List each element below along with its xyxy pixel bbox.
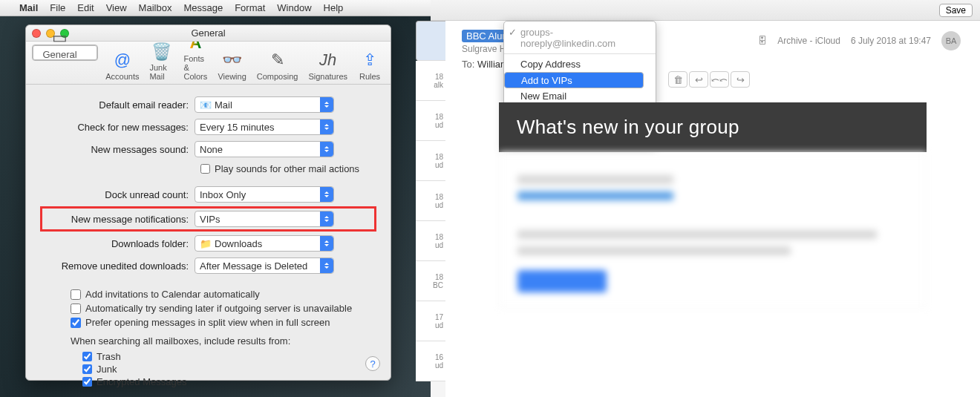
tab-accounts[interactable]: @Accounts bbox=[102, 45, 142, 82]
viewing-icon: 👓 bbox=[220, 50, 244, 70]
tab-junk-label: Junk Mail bbox=[149, 63, 173, 81]
split-view-label: Prefer opening messages in split view wh… bbox=[85, 317, 330, 328]
body-cta-button[interactable] bbox=[517, 270, 607, 292]
tab-signatures[interactable]: JhSignatures bbox=[305, 45, 350, 82]
dock-value: Inbox Only bbox=[200, 189, 246, 200]
prefs-toolbar: ▭General @Accounts 🗑️Junk Mail AFonts & … bbox=[26, 42, 391, 85]
tab-viewing[interactable]: 👓Viewing bbox=[215, 45, 249, 82]
ctx-new-email[interactable]: New Email bbox=[504, 88, 656, 104]
menu-edit[interactable]: Edit bbox=[77, 2, 94, 13]
list-item[interactable]: 18ud bbox=[416, 141, 445, 181]
chevron-updown-icon bbox=[320, 211, 333, 226]
list-item[interactable]: 17ud bbox=[416, 301, 445, 341]
downloads-label: Downloads folder: bbox=[42, 238, 195, 249]
play-sounds-checkbox[interactable] bbox=[200, 164, 210, 174]
tab-fonts-label: Fonts & Colors bbox=[183, 54, 207, 81]
check-new-label: Check for new messages: bbox=[42, 122, 195, 133]
search-include-heading: When searching all mailboxes, include re… bbox=[71, 335, 374, 347]
tab-composing[interactable]: ✎Composing bbox=[254, 45, 301, 82]
reply-button[interactable]: ↩ bbox=[689, 71, 708, 88]
menu-mailbox[interactable]: Mailbox bbox=[139, 2, 172, 13]
remove-select[interactable]: After Message is Deleted bbox=[195, 257, 334, 274]
tab-junk[interactable]: 🗑️Junk Mail bbox=[146, 45, 176, 82]
body-heading: What's new in your group bbox=[499, 102, 927, 152]
list-item[interactable]: 18ud bbox=[416, 181, 445, 221]
tab-general[interactable]: ▭General bbox=[32, 45, 98, 61]
default-reader-value: Mail bbox=[215, 99, 232, 111]
help-button[interactable]: ? bbox=[365, 356, 380, 371]
tab-signatures-label: Signatures bbox=[308, 72, 347, 81]
menu-help[interactable]: Help bbox=[324, 2, 344, 13]
reply-all-button[interactable]: ⤺⤺ bbox=[710, 71, 729, 88]
ctx-copy-address[interactable]: Copy Address bbox=[504, 56, 656, 72]
delete-button[interactable]: 🗑 bbox=[668, 71, 687, 88]
ctx-email-address: groups-noreply@linkedin.com bbox=[504, 24, 656, 51]
list-item[interactable]: 18ud bbox=[416, 101, 445, 141]
window-title: General bbox=[191, 27, 225, 39]
general-icon: ▭ bbox=[48, 28, 72, 47]
chevron-updown-icon bbox=[320, 97, 333, 112]
default-reader-label: Default email reader: bbox=[42, 99, 195, 111]
chevron-updown-icon bbox=[320, 142, 333, 157]
split-view-checkbox[interactable] bbox=[71, 318, 81, 328]
menu-window[interactable]: Window bbox=[277, 2, 311, 13]
search-encrypted-label: Encrypted Messages bbox=[97, 376, 186, 387]
menu-format[interactable]: Format bbox=[235, 2, 265, 13]
remove-label: Remove unedited downloads: bbox=[42, 260, 195, 272]
archive-icon: 🗄 bbox=[758, 36, 767, 46]
signatures-icon: Jh bbox=[316, 50, 340, 70]
list-item[interactable]: 18ud bbox=[416, 221, 445, 261]
chevron-updown-icon bbox=[320, 236, 333, 251]
notif-value: VIPs bbox=[200, 214, 220, 225]
save-button[interactable]: Save bbox=[939, 4, 973, 17]
menu-mail[interactable]: Mail bbox=[19, 2, 38, 13]
forward-button[interactable]: ↪ bbox=[731, 71, 750, 88]
mail-window: Save 18ud 18alk 18ud 18ud 18ud 18ud 18BC… bbox=[431, 0, 980, 397]
list-item[interactable]: 18alk bbox=[416, 61, 445, 101]
search-junk-label: Junk bbox=[97, 364, 117, 375]
search-encrypted-checkbox[interactable] bbox=[82, 377, 92, 387]
sound-select[interactable]: None bbox=[195, 141, 334, 157]
message-list[interactable]: 18ud 18alk 18ud 18ud 18ud 18ud 18BC 17ud… bbox=[416, 21, 445, 397]
add-invitations-checkbox[interactable] bbox=[71, 289, 81, 300]
play-sounds-label: Play sounds for other mail actions bbox=[215, 163, 359, 174]
notif-select[interactable]: VIPs bbox=[195, 211, 334, 227]
accounts-icon: @ bbox=[111, 50, 134, 70]
tab-rules[interactable]: ⇪Rules bbox=[355, 45, 385, 82]
tab-accounts-label: Accounts bbox=[105, 72, 139, 81]
dock-label: Dock unread count: bbox=[42, 189, 195, 200]
downloads-value: Downloads bbox=[215, 238, 262, 249]
separator bbox=[504, 53, 656, 54]
message-date: 6 July 2018 at 19:47 bbox=[851, 36, 931, 46]
check-new-value: Every 15 minutes bbox=[200, 122, 274, 133]
ctx-add-to-vips[interactable]: Add to VIPs bbox=[504, 72, 644, 88]
menu-message[interactable]: Message bbox=[183, 2, 223, 13]
list-item[interactable]: 16ud bbox=[416, 341, 445, 381]
search-trash-checkbox[interactable] bbox=[82, 352, 92, 361]
notif-label: New message notifications: bbox=[42, 214, 195, 225]
auto-send-later-checkbox[interactable] bbox=[71, 304, 81, 314]
message-actions: 🗑 ↩ ⤺⤺ ↪ bbox=[668, 71, 750, 88]
sound-value: None bbox=[200, 144, 223, 155]
mail-toolbar: Save bbox=[431, 0, 980, 21]
preferences-window: General ▭General @Accounts 🗑️Junk Mail A… bbox=[25, 24, 391, 381]
junk-icon: 🗑️ bbox=[149, 42, 173, 62]
tab-general-label: General bbox=[42, 49, 76, 60]
prefs-form: Default email reader: 📧Mail Check for ne… bbox=[26, 85, 391, 387]
message-body: What's new in your group bbox=[499, 102, 927, 382]
search-junk-checkbox[interactable] bbox=[82, 364, 92, 374]
dock-select[interactable]: Inbox Only bbox=[195, 186, 334, 203]
menu-file[interactable]: File bbox=[50, 2, 65, 13]
menu-view[interactable]: View bbox=[106, 2, 127, 13]
window-titlebar[interactable]: General bbox=[26, 25, 391, 42]
close-button[interactable] bbox=[32, 29, 41, 38]
add-invitations-label: Add invitations to Calendar automaticall… bbox=[85, 289, 260, 300]
downloads-select[interactable]: 📁Downloads bbox=[195, 235, 334, 252]
check-new-select[interactable]: Every 15 minutes bbox=[195, 119, 334, 135]
chevron-updown-icon bbox=[320, 119, 333, 134]
list-item[interactable]: 18BC bbox=[416, 261, 445, 301]
tab-fonts[interactable]: AFonts & Colors bbox=[180, 45, 210, 82]
default-reader-select[interactable]: 📧Mail bbox=[195, 96, 334, 113]
remove-value: After Message is Deleted bbox=[200, 260, 307, 272]
archive-label: Archive - iCloud bbox=[777, 36, 840, 46]
